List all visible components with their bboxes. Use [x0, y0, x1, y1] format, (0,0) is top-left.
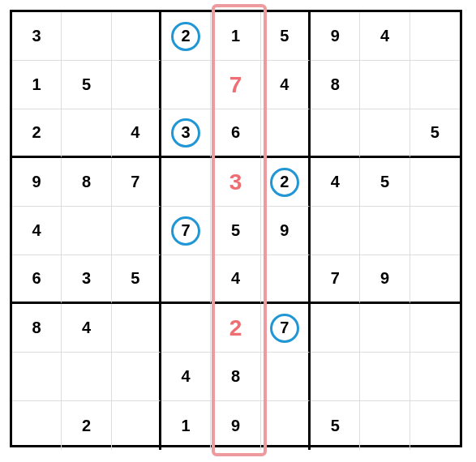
sudoku-cell[interactable]: 9	[311, 12, 360, 61]
sudoku-cell[interactable]: 3	[211, 158, 260, 207]
sudoku-cell[interactable]: 5	[311, 401, 360, 450]
sudoku-cell[interactable]	[360, 353, 410, 401]
sudoku-cell[interactable]: 9	[360, 255, 410, 304]
sudoku-cell[interactable]	[261, 109, 311, 158]
sudoku-cell[interactable]: 4	[311, 158, 360, 207]
sudoku-cell[interactable]: 7	[161, 207, 211, 255]
sudoku-cell[interactable]: 5	[360, 158, 410, 207]
sudoku-row: 635479	[12, 255, 460, 304]
sudoku-cell[interactable]	[311, 109, 360, 158]
sudoku-row: 8427	[12, 304, 460, 353]
sudoku-cell[interactable]	[410, 158, 460, 207]
sudoku-cell[interactable]: 8	[211, 353, 260, 401]
sudoku-cell[interactable]	[360, 207, 410, 255]
sudoku-cell[interactable]: 2	[62, 401, 111, 450]
sudoku-cell[interactable]	[161, 255, 211, 304]
sudoku-cell[interactable]	[62, 353, 111, 401]
sudoku-cell[interactable]	[410, 401, 460, 450]
sudoku-cell[interactable]: 5	[62, 61, 111, 109]
sudoku-cell[interactable]	[410, 207, 460, 255]
sudoku-cell[interactable]: 4	[161, 353, 211, 401]
sudoku-cell[interactable]: 7	[112, 158, 161, 207]
sudoku-cell[interactable]	[360, 109, 410, 158]
sudoku-cell[interactable]: 6	[211, 109, 260, 158]
sudoku-cell[interactable]: 4	[261, 61, 311, 109]
sudoku-cell[interactable]: 1	[12, 61, 62, 109]
sudoku-cell[interactable]	[12, 353, 62, 401]
sudoku-cell[interactable]: 5	[261, 12, 311, 61]
sudoku-row: 15748	[12, 61, 460, 109]
sudoku-cell[interactable]	[112, 353, 161, 401]
sudoku-cell[interactable]: 3	[12, 12, 62, 61]
sudoku-row: 2195	[12, 401, 460, 450]
sudoku-cell[interactable]: 5	[211, 207, 260, 255]
sudoku-cell[interactable]: 2	[211, 304, 260, 353]
sudoku-cell[interactable]	[360, 401, 410, 450]
sudoku-cell[interactable]: 8	[12, 304, 62, 353]
sudoku-cell[interactable]	[62, 109, 111, 158]
sudoku-cell[interactable]	[410, 353, 460, 401]
sudoku-cell[interactable]: 2	[261, 158, 311, 207]
sudoku-cell[interactable]	[311, 353, 360, 401]
sudoku-cell[interactable]	[161, 304, 211, 353]
sudoku-row: 321594	[12, 12, 460, 61]
sudoku-cell[interactable]	[410, 12, 460, 61]
sudoku-cell[interactable]	[112, 401, 161, 450]
sudoku-cell[interactable]	[410, 304, 460, 353]
sudoku-cell[interactable]: 4	[12, 207, 62, 255]
sudoku-cell[interactable]: 8	[62, 158, 111, 207]
sudoku-cell[interactable]	[161, 158, 211, 207]
sudoku-cell[interactable]: 4	[112, 109, 161, 158]
sudoku-cell[interactable]: 2	[12, 109, 62, 158]
sudoku-cell[interactable]	[112, 207, 161, 255]
sudoku-cell[interactable]	[112, 61, 161, 109]
sudoku-cell[interactable]: 3	[62, 255, 111, 304]
sudoku-cell[interactable]: 7	[261, 304, 311, 353]
sudoku-cell[interactable]: 9	[211, 401, 260, 450]
sudoku-row: 4759	[12, 207, 460, 255]
sudoku-cell[interactable]: 4	[360, 12, 410, 61]
sudoku-cell[interactable]	[62, 207, 111, 255]
sudoku-cell[interactable]	[261, 255, 311, 304]
sudoku-cell[interactable]: 8	[311, 61, 360, 109]
sudoku-cell[interactable]	[261, 401, 311, 450]
sudoku-cell[interactable]: 9	[261, 207, 311, 255]
sudoku-cell[interactable]	[12, 401, 62, 450]
sudoku-row: 48	[12, 353, 460, 401]
sudoku-cell[interactable]: 7	[311, 255, 360, 304]
sudoku-cell[interactable]	[261, 353, 311, 401]
sudoku-cell[interactable]: 4	[211, 255, 260, 304]
sudoku-cell[interactable]	[410, 61, 460, 109]
sudoku-cell[interactable]	[360, 61, 410, 109]
sudoku-cell[interactable]	[112, 304, 161, 353]
sudoku-cell[interactable]	[62, 12, 111, 61]
sudoku-cell[interactable]: 2	[161, 12, 211, 61]
sudoku-cell[interactable]: 1	[161, 401, 211, 450]
sudoku-row: 9873245	[12, 158, 460, 207]
sudoku-cell[interactable]: 9	[12, 158, 62, 207]
sudoku-cell[interactable]	[311, 207, 360, 255]
sudoku-cell[interactable]: 3	[161, 109, 211, 158]
sudoku-cell[interactable]: 4	[62, 304, 111, 353]
sudoku-cell[interactable]	[360, 304, 410, 353]
sudoku-cell[interactable]	[112, 12, 161, 61]
sudoku-cell[interactable]: 6	[12, 255, 62, 304]
sudoku-board: 3215941574824365987324547596354798427482…	[10, 10, 462, 447]
sudoku-cell[interactable]: 5	[112, 255, 161, 304]
sudoku-cell[interactable]: 1	[211, 12, 260, 61]
sudoku-cell[interactable]	[410, 255, 460, 304]
sudoku-cell[interactable]: 7	[211, 61, 260, 109]
sudoku-cell[interactable]	[161, 61, 211, 109]
sudoku-row: 24365	[12, 109, 460, 158]
sudoku-cell[interactable]	[311, 304, 360, 353]
sudoku-cell[interactable]: 5	[410, 109, 460, 158]
